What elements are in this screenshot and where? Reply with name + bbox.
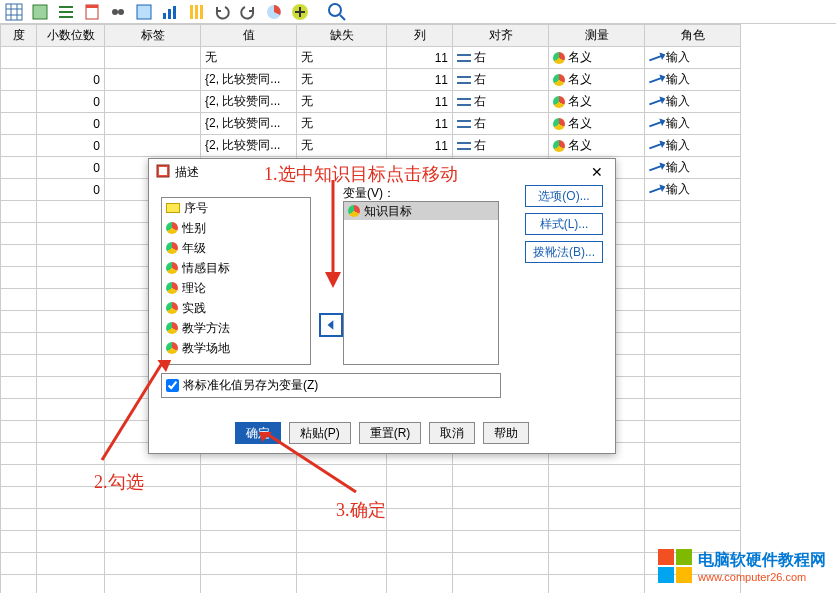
col-header[interactable]: 小数位数 — [37, 25, 105, 47]
dialog-icon — [155, 163, 171, 182]
col-header[interactable]: 列 — [387, 25, 453, 47]
list-item[interactable]: 实践 — [162, 298, 310, 318]
add-icon[interactable] — [290, 2, 310, 22]
list-item[interactable]: 知识目标 — [344, 202, 498, 220]
table-row[interactable] — [1, 553, 741, 575]
col-header[interactable]: 值 — [201, 25, 297, 47]
undo-icon[interactable] — [212, 2, 232, 22]
table-row[interactable]: 无 无 11 右 名义 输入 — [1, 47, 741, 69]
input-role-icon — [649, 120, 663, 127]
watermark: 电脑软硬件教程网 www.computer26.com — [658, 549, 826, 583]
svg-point-11 — [112, 9, 118, 15]
table-row[interactable] — [1, 531, 741, 553]
tool-icon[interactable] — [82, 2, 102, 22]
list-item[interactable]: 理论 — [162, 278, 310, 298]
watermark-url: www.computer26.com — [698, 571, 826, 583]
nominal-icon — [348, 205, 360, 217]
nominal-icon — [166, 242, 178, 254]
nominal-icon — [553, 52, 565, 64]
list-item[interactable]: 年级 — [162, 238, 310, 258]
align-icon — [457, 75, 471, 85]
source-variable-list[interactable]: 序号性别年级情感目标理论实践教学方法教学场地 — [161, 197, 311, 365]
nominal-icon — [553, 118, 565, 130]
svg-point-12 — [118, 9, 124, 15]
bootstrap-button[interactable]: 拨靴法(B)... — [525, 241, 603, 263]
svg-rect-16 — [173, 6, 176, 19]
svg-rect-5 — [33, 5, 47, 19]
pie-icon[interactable] — [264, 2, 284, 22]
svg-rect-15 — [168, 9, 171, 19]
col-header[interactable]: 角色 — [645, 25, 741, 47]
svg-rect-0 — [6, 4, 22, 20]
input-role-icon — [649, 164, 663, 171]
cancel-button[interactable]: 取消 — [429, 422, 475, 444]
options-button[interactable]: 选项(O)... — [525, 185, 603, 207]
col-header[interactable]: 测量 — [549, 25, 645, 47]
nominal-icon — [553, 74, 565, 86]
watermark-title: 电脑软硬件教程网 — [698, 550, 826, 571]
svg-rect-14 — [163, 13, 166, 19]
input-role-icon — [649, 142, 663, 149]
list-item[interactable]: 序号 — [162, 198, 310, 218]
nominal-icon — [166, 342, 178, 354]
table-row[interactable] — [1, 487, 741, 509]
nominal-icon — [166, 282, 178, 294]
table-row[interactable] — [1, 465, 741, 487]
tool-icon[interactable] — [56, 2, 76, 22]
scale-icon — [166, 203, 180, 213]
svg-line-25 — [340, 15, 345, 20]
dialog-title: 描述 — [175, 164, 199, 181]
search-icon[interactable] — [326, 2, 346, 22]
col-header[interactable]: 标签 — [105, 25, 201, 47]
reset-button[interactable]: 重置(R) — [359, 422, 422, 444]
redo-icon[interactable] — [238, 2, 258, 22]
nominal-icon — [166, 262, 178, 274]
move-left-button[interactable] — [319, 313, 343, 337]
input-role-icon — [649, 98, 663, 105]
list-item[interactable]: 教学场地 — [162, 338, 310, 358]
table-row[interactable]: 0 {2, 比较赞同... 无 11 右 名义 输入 — [1, 69, 741, 91]
col-header[interactable]: 缺失 — [297, 25, 387, 47]
checkbox-label: 将标准化值另存为变量(Z) — [183, 377, 318, 394]
table-row[interactable]: 0 {2, 比较赞同... 无 11 右 名义 输入 — [1, 113, 741, 135]
input-role-icon — [649, 54, 663, 61]
ok-button[interactable]: 确定 — [235, 422, 281, 444]
svg-rect-27 — [159, 167, 167, 175]
nominal-icon — [166, 322, 178, 334]
close-icon[interactable]: ✕ — [585, 164, 609, 180]
svg-rect-17 — [190, 5, 193, 19]
svg-rect-10 — [86, 5, 98, 8]
svg-rect-19 — [200, 5, 203, 19]
input-role-icon — [649, 76, 663, 83]
list-item[interactable]: 性别 — [162, 218, 310, 238]
tool-icon[interactable] — [134, 2, 154, 22]
dialog-titlebar: 描述 ✕ — [149, 159, 615, 185]
target-variable-list[interactable]: 知识目标 — [343, 201, 499, 365]
tool-icon[interactable] — [160, 2, 180, 22]
watermark-logo-icon — [658, 549, 692, 583]
align-icon — [457, 141, 471, 151]
save-standardized-checkbox[interactable] — [166, 379, 179, 392]
find-icon[interactable] — [108, 2, 128, 22]
col-header[interactable]: 对齐 — [453, 25, 549, 47]
list-item[interactable]: 情感目标 — [162, 258, 310, 278]
align-icon — [457, 119, 471, 129]
list-item[interactable]: 教学方法 — [162, 318, 310, 338]
svg-point-24 — [329, 4, 341, 16]
describe-dialog: 描述 ✕ 序号性别年级情感目标理论实践教学方法教学场地 变量(V)： 知识目标 … — [148, 158, 616, 454]
tool-icon[interactable] — [186, 2, 206, 22]
nominal-icon — [553, 140, 565, 152]
nominal-icon — [553, 96, 565, 108]
table-row[interactable]: 0 {2, 比较赞同... 无 11 右 名义 输入 — [1, 135, 741, 157]
styles-button[interactable]: 样式(L)... — [525, 213, 603, 235]
table-row[interactable] — [1, 509, 741, 531]
tool-icon[interactable] — [4, 2, 24, 22]
tool-icon[interactable] — [30, 2, 50, 22]
table-row[interactable] — [1, 575, 741, 594]
input-role-icon — [649, 186, 663, 193]
col-header[interactable]: 度 — [1, 25, 37, 47]
table-row[interactable]: 0 {2, 比较赞同... 无 11 右 名义 输入 — [1, 91, 741, 113]
paste-button[interactable]: 粘贴(P) — [289, 422, 351, 444]
toolbar — [0, 0, 836, 24]
help-button[interactable]: 帮助 — [483, 422, 529, 444]
